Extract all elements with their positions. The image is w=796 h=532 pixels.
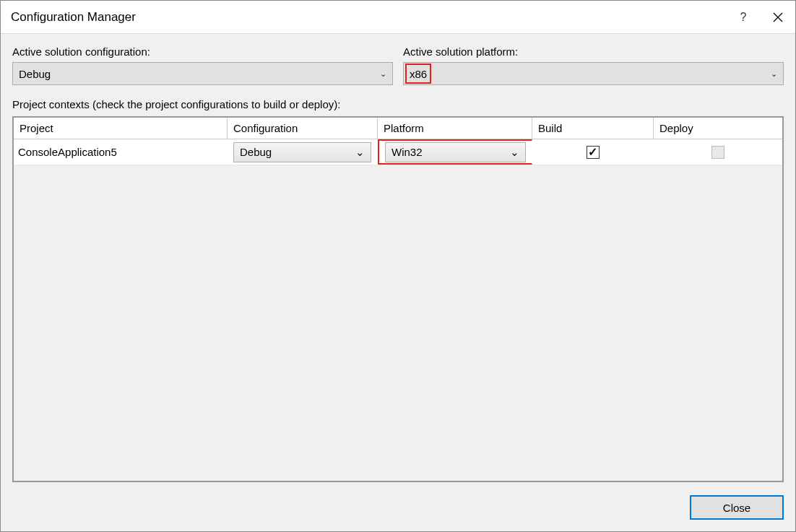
col-header-project[interactable]: Project: [14, 118, 228, 139]
row-platform-value: Win32: [391, 146, 423, 158]
contexts-label: Project contexts (check the project conf…: [12, 98, 784, 110]
cell-configuration: Debug ⌄: [228, 139, 378, 165]
close-icon: [773, 12, 783, 22]
active-platform-dropdown[interactable]: x86 ⌄: [403, 62, 784, 85]
config-field-group: Active solution configuration: Debug ⌄: [12, 45, 393, 85]
chevron-down-icon: ⌄: [771, 69, 777, 79]
close-button-label: Close: [723, 502, 750, 514]
project-contexts-grid: Project Configuration Platform Build Dep…: [12, 116, 784, 482]
window-title: Configuration Manager: [11, 10, 136, 25]
grid-body: ConsoleApplication5 Debug ⌄ Win32 ⌄: [14, 139, 782, 481]
col-header-build[interactable]: Build: [532, 118, 654, 139]
row-platform-dropdown[interactable]: Win32 ⌄: [385, 142, 526, 162]
close-button[interactable]: Close: [690, 495, 784, 520]
help-icon: ?: [740, 11, 747, 24]
cell-platform: Win32 ⌄: [378, 139, 532, 165]
help-button[interactable]: ?: [726, 1, 761, 34]
chevron-down-icon: ⌄: [510, 146, 519, 159]
build-checkbox[interactable]: [587, 146, 600, 159]
cell-deploy: [654, 139, 782, 165]
config-label: Active solution configuration:: [12, 45, 393, 58]
row-config-value: Debug: [240, 146, 272, 158]
chevron-down-icon: ⌄: [355, 146, 365, 159]
active-config-dropdown[interactable]: Debug ⌄: [12, 62, 393, 85]
solution-settings-row: Active solution configuration: Debug ⌄ A…: [12, 45, 784, 85]
active-config-value: Debug: [19, 68, 51, 80]
platform-label: Active solution platform:: [403, 45, 784, 58]
active-platform-value: x86: [405, 64, 431, 84]
dialog-content: Active solution configuration: Debug ⌄ A…: [1, 34, 795, 531]
col-header-configuration[interactable]: Configuration: [228, 118, 378, 139]
dialog-footer: Close: [12, 482, 784, 520]
col-header-platform[interactable]: Platform: [378, 118, 532, 139]
grid-header: Project Configuration Platform Build Dep…: [14, 118, 782, 139]
deploy-checkbox: [711, 146, 724, 159]
platform-field-group: Active solution platform: x86 ⌄: [403, 45, 784, 85]
window-close-button[interactable]: [761, 1, 795, 34]
titlebar: Configuration Manager ?: [1, 1, 795, 34]
table-row: ConsoleApplication5 Debug ⌄ Win32 ⌄: [14, 139, 782, 165]
col-header-deploy[interactable]: Deploy: [654, 118, 782, 139]
window-controls: ?: [726, 1, 795, 34]
cell-build: [532, 139, 654, 165]
row-config-dropdown[interactable]: Debug ⌄: [233, 142, 371, 162]
cell-project: ConsoleApplication5: [14, 139, 228, 165]
chevron-down-icon: ⌄: [380, 69, 386, 79]
